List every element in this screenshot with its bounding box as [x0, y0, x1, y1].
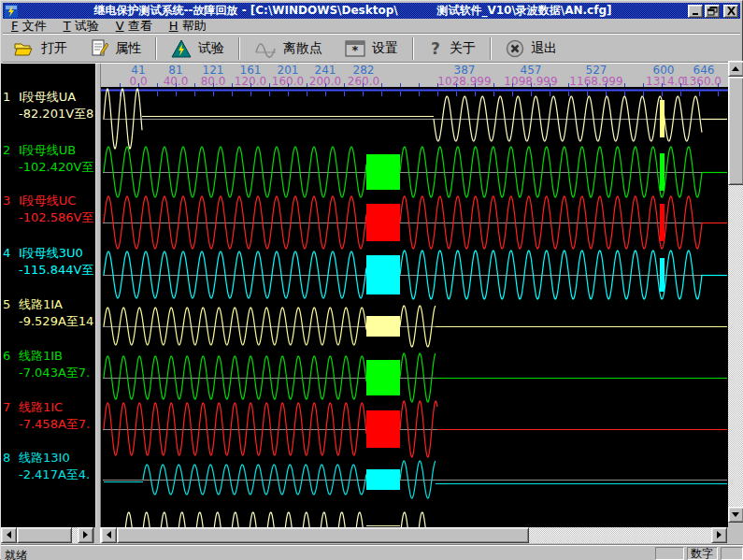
label-hscrollbar[interactable]	[1, 527, 93, 543]
waveform-hscroll-thumb[interactable]	[117, 527, 529, 543]
channel-range: -2.417A至4.	[19, 467, 90, 483]
channel-name: 线路1IA	[19, 296, 63, 313]
settings-icon: *	[345, 40, 365, 57]
channel-label: 2Ⅰ段母线UB-102.420V至	[1, 142, 95, 178]
channel-range: -7.043A至7.	[19, 365, 90, 381]
properties-button[interactable]: 属性	[79, 36, 152, 61]
channel-label: 7线路1IC-7.458A至7.	[1, 399, 95, 435]
scrollbar-corner	[727, 527, 743, 544]
status-bar: 就绪 数字	[1, 544, 743, 560]
channel-number: 8	[3, 450, 10, 467]
arrow-left-icon	[3, 531, 11, 538]
status-panel-empty	[721, 547, 743, 560]
about-icon: ?	[428, 39, 443, 58]
arrow-left-icon	[103, 531, 111, 538]
waveform-area	[101, 87, 728, 527]
app-icon	[5, 5, 18, 18]
toolbar-separator	[412, 37, 414, 60]
exit-icon	[506, 39, 524, 58]
properties-icon	[90, 39, 108, 58]
toolbar-separator	[155, 37, 157, 60]
arrow-right-icon	[83, 531, 92, 538]
status-panel-empty	[655, 547, 684, 560]
title-bar: 继电保护测试系统--故障回放 - [C:\WINDOWS\Desktop\ 测试…	[3, 3, 740, 19]
restore-button[interactable]	[705, 5, 720, 18]
label-hscroll-right-button[interactable]	[78, 527, 93, 543]
discrete-points-icon	[254, 39, 277, 58]
toolbar-separator	[238, 37, 240, 60]
channel-number: 5	[3, 296, 10, 313]
svg-text:*: *	[352, 43, 359, 57]
vscroll-down-button[interactable]	[728, 507, 743, 523]
menu-bar: F 文件 T 试验 V 查看 H 帮助	[3, 19, 740, 34]
channel-number: 1	[3, 89, 10, 106]
channel-name: 线路1IC	[19, 399, 63, 416]
open-button[interactable]: 打开	[3, 36, 79, 61]
vscroll-thumb[interactable]	[728, 77, 743, 185]
arrow-right-icon	[717, 531, 725, 538]
waveform-canvas[interactable]	[101, 87, 728, 527]
channel-label-panel: 1Ⅰ段母线UA-82.201V至82Ⅰ段母线UB-102.420V至3Ⅰ段母线U…	[1, 64, 95, 527]
channel-name: 线路1IB	[19, 348, 63, 365]
channel-name: Ⅰ段母线UC	[19, 193, 76, 209]
ruler-time-label: 1028.999	[437, 76, 491, 87]
client-area: 1Ⅰ段母线UA-82.201V至82Ⅰ段母线UB-102.420V至3Ⅰ段母线U…	[1, 64, 743, 527]
channel-label: 1Ⅰ段母线UA-82.201V至8	[1, 89, 95, 124]
menu-file[interactable]: F 文件	[3, 19, 55, 34]
status-ready-text: 就绪	[5, 548, 27, 560]
window-title: 继电保护测试系统--故障回放 - [C:\WINDOWS\Desktop\ 测试…	[18, 3, 688, 19]
open-folder-icon	[14, 40, 35, 57]
about-button[interactable]: ? 关于	[417, 36, 487, 61]
channel-range: -102.420V至	[19, 159, 93, 176]
menu-test[interactable]: T 试验	[55, 19, 107, 34]
hscroll-row	[1, 527, 743, 544]
ruler-time-label: 260.0	[348, 76, 379, 87]
toolbar-separator	[490, 37, 492, 60]
vertical-scrollbar[interactable]	[728, 61, 743, 523]
test-button[interactable]: 试验	[160, 36, 236, 61]
ruler-time-label: 1168.999	[569, 76, 622, 87]
channel-number: 6	[3, 348, 10, 365]
channel-range: -82.201V至8	[19, 106, 93, 122]
channel-label: 3Ⅰ段母线UC-102.586V至	[1, 193, 95, 228]
channel-number: 3	[3, 193, 10, 209]
discrete-points-button[interactable]: 离散点	[243, 36, 334, 61]
menu-view[interactable]: V 查看	[107, 19, 161, 34]
channel-range: -102.586V至	[19, 209, 93, 226]
arrow-down-icon	[732, 512, 739, 521]
channel-range: -115.844V至	[19, 262, 93, 279]
minimize-button[interactable]	[688, 5, 703, 18]
menu-help[interactable]: H 帮助	[161, 19, 215, 34]
channel-name: Ⅰ段母线UB	[19, 142, 76, 159]
label-hscroll-thumb[interactable]	[17, 527, 72, 543]
arrow-up-icon	[732, 63, 739, 71]
toolbar: 打开 属性 试验 离散点	[3, 35, 740, 63]
channel-range: -7.458A至7.	[19, 416, 90, 433]
hscroll-divider	[93, 527, 101, 543]
exit-button[interactable]: 退出	[494, 36, 568, 61]
channel-label: 5线路1IA-9.529A至14	[1, 296, 95, 332]
channel-name: 线路13I0	[19, 450, 70, 467]
ruler-time-label: 1360.0	[682, 76, 722, 87]
close-button[interactable]	[723, 5, 738, 18]
svg-text:?: ?	[431, 39, 440, 58]
waveform-hscroll-right-button[interactable]	[711, 527, 727, 543]
vscroll-up-button[interactable]	[728, 61, 743, 77]
channel-number: 7	[3, 399, 10, 416]
channel-label: 6线路1IB-7.043A至7.	[1, 348, 95, 383]
waveform-hscrollbar[interactable]	[101, 527, 727, 543]
channel-name: Ⅰ段母线3U0	[19, 245, 83, 262]
channel-label: 4Ⅰ段母线3U0-115.844V至	[1, 245, 95, 280]
waveform-hscroll-left-button[interactable]	[101, 527, 117, 543]
settings-button[interactable]: * 设置	[334, 36, 409, 61]
status-panel-digital: 数字	[687, 547, 718, 560]
test-icon	[171, 39, 192, 58]
channel-number: 2	[3, 142, 10, 159]
app-window: 继电保护测试系统--故障回放 - [C:\WINDOWS\Desktop\ 测试…	[0, 0, 743, 560]
channel-number: 4	[3, 245, 10, 262]
channel-label: 8线路13I0-2.417A至4.	[1, 450, 95, 485]
channel-name: Ⅰ段母线UA	[19, 89, 76, 106]
label-hscroll-left-button[interactable]	[1, 527, 17, 543]
channel-range: -9.529A至14	[19, 313, 93, 330]
time-ruler[interactable]: 4181121161201241282387457527600646 0.040…	[101, 64, 728, 87]
